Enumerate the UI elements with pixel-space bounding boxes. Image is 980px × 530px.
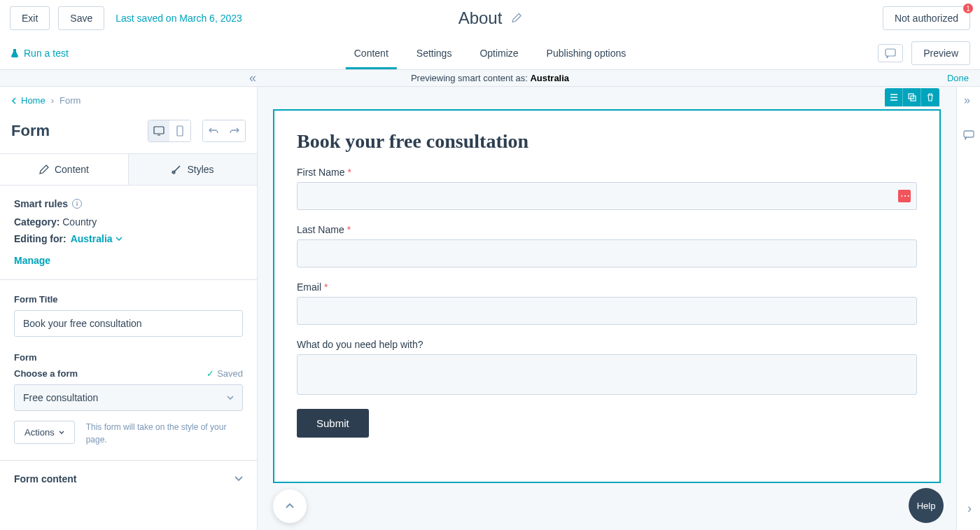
actions-dropdown-button[interactable]: Actions bbox=[14, 421, 75, 444]
nav-right: Preview bbox=[878, 41, 970, 65]
form-preview[interactable]: Book your free consultation First Name* … bbox=[273, 109, 941, 483]
chevron-down-icon bbox=[115, 237, 122, 241]
collapse-sidebar-icon[interactable]: « bbox=[249, 71, 256, 85]
exit-button[interactable]: Exit bbox=[10, 6, 50, 30]
tab-settings[interactable]: Settings bbox=[416, 38, 452, 69]
manage-link[interactable]: Manage bbox=[14, 255, 50, 266]
last-name-label: Last Name* bbox=[297, 224, 917, 235]
editing-for-dropdown[interactable]: Australia bbox=[71, 233, 122, 244]
mobile-view-button[interactable] bbox=[169, 120, 190, 141]
breadcrumb-home[interactable]: Home bbox=[11, 95, 46, 106]
save-button[interactable]: Save bbox=[58, 6, 104, 30]
form-heading: Book your free consultation bbox=[297, 130, 917, 153]
choose-form-label: Choose a form bbox=[14, 368, 78, 379]
copy-icon-button[interactable] bbox=[903, 88, 921, 106]
undo-button[interactable] bbox=[203, 120, 224, 141]
flask-icon bbox=[10, 48, 20, 58]
first-name-input[interactable]: ⋯ bbox=[297, 182, 917, 210]
top-right-actions: Not authorized 1 bbox=[883, 6, 970, 30]
form-section-label: Form bbox=[14, 352, 243, 363]
svg-rect-6 bbox=[964, 131, 974, 137]
form-content-accordion[interactable]: Form content bbox=[0, 460, 257, 497]
preview-strip: « Previewing smart content as: Australia… bbox=[0, 70, 980, 87]
main-nav-tabs: Content Settings Optimize Publishing opt… bbox=[354, 38, 626, 69]
expand-rail-icon[interactable]: « bbox=[964, 95, 970, 108]
preview-button[interactable]: Preview bbox=[911, 41, 970, 65]
delete-icon-button[interactable] bbox=[921, 88, 939, 106]
smart-rules-section: Smart rules i Category: Country Editing … bbox=[0, 186, 257, 280]
sidebar-title: Form bbox=[11, 122, 50, 140]
sidebar: Home › Form Form bbox=[0, 87, 258, 530]
last-saved-text: Last saved on March 6, 2023 bbox=[115, 13, 242, 24]
email-field: Email* bbox=[297, 281, 917, 325]
help-textarea[interactable] bbox=[297, 354, 917, 395]
menu-icon-button[interactable] bbox=[885, 88, 903, 106]
actions-row: Actions This form will take on the style… bbox=[14, 421, 243, 446]
preview-context-text: Previewing smart content as: Australia bbox=[411, 73, 569, 83]
page-title: About bbox=[458, 8, 503, 28]
help-label: What do you need help with? bbox=[297, 339, 917, 350]
title-area: About bbox=[458, 8, 522, 28]
check-icon: ✓ bbox=[206, 368, 214, 379]
editing-for-line: Editing for: Australia bbox=[14, 233, 243, 244]
form-title-label: Form Title bbox=[14, 294, 243, 305]
undo-redo-group bbox=[202, 120, 246, 142]
form-hint-text: This form will take on the style of your… bbox=[86, 421, 243, 446]
saved-indicator: ✓ Saved bbox=[206, 368, 243, 379]
preview-element-actions bbox=[885, 88, 939, 106]
last-name-field: Last Name* bbox=[297, 224, 917, 267]
email-input[interactable] bbox=[297, 297, 917, 325]
tab-publishing[interactable]: Publishing options bbox=[547, 38, 626, 69]
email-label: Email* bbox=[297, 281, 917, 293]
help-button[interactable]: Help bbox=[909, 488, 944, 523]
device-toggle bbox=[148, 120, 191, 142]
pencil-icon bbox=[39, 165, 49, 174]
svg-rect-1 bbox=[154, 127, 164, 134]
canvas: Book your free consultation First Name* … bbox=[258, 87, 956, 530]
comment-rail-icon[interactable] bbox=[963, 130, 974, 140]
chevron-down-icon bbox=[227, 396, 234, 400]
sidebar-tab-styles[interactable]: Styles bbox=[128, 154, 257, 185]
last-name-input[interactable] bbox=[297, 239, 917, 267]
sidebar-tab-content[interactable]: Content bbox=[0, 154, 128, 185]
main-layout: Home › Form Form bbox=[0, 87, 980, 530]
chevron-expand-icon[interactable]: › bbox=[967, 501, 972, 516]
desktop-icon bbox=[153, 126, 164, 136]
copy-icon bbox=[908, 93, 916, 102]
scroll-top-button[interactable] bbox=[273, 489, 307, 523]
edit-title-icon[interactable] bbox=[510, 13, 522, 24]
chevron-left-icon bbox=[11, 97, 18, 104]
autofill-icon[interactable]: ⋯ bbox=[898, 190, 911, 202]
comment-icon bbox=[885, 48, 896, 58]
first-name-field: First Name* ⋯ bbox=[297, 167, 917, 210]
done-link[interactable]: Done bbox=[947, 73, 969, 83]
redo-button[interactable] bbox=[224, 120, 245, 141]
tab-optimize[interactable]: Optimize bbox=[479, 38, 518, 69]
list-icon bbox=[890, 93, 898, 102]
mobile-icon bbox=[176, 125, 183, 137]
info-icon[interactable]: i bbox=[72, 199, 82, 209]
desktop-view-button[interactable] bbox=[148, 120, 169, 141]
comment-icon-button[interactable] bbox=[878, 44, 903, 62]
breadcrumb-current: Form bbox=[59, 95, 80, 106]
breadcrumb-separator: › bbox=[51, 95, 54, 106]
notification-badge: 1 bbox=[963, 4, 973, 13]
tab-content[interactable]: Content bbox=[354, 38, 388, 69]
form-title-input[interactable] bbox=[14, 310, 243, 337]
choose-form-row: Choose a form ✓ Saved bbox=[14, 368, 243, 379]
trash-icon bbox=[926, 93, 934, 102]
form-select-dropdown[interactable]: Free consultation bbox=[14, 384, 243, 411]
first-name-label: First Name* bbox=[297, 167, 917, 178]
not-authorized-button[interactable]: Not authorized bbox=[883, 6, 970, 30]
chevron-down-icon bbox=[59, 431, 64, 434]
form-config-section: Form Title Form Choose a form ✓ Saved Fr… bbox=[0, 280, 257, 460]
sidebar-tabs: Content Styles bbox=[0, 153, 257, 186]
nav-bar: Run a test Content Settings Optimize Pub… bbox=[0, 36, 980, 70]
redo-icon bbox=[230, 126, 239, 136]
chevron-up-icon bbox=[284, 501, 295, 512]
submit-button[interactable]: Submit bbox=[297, 409, 369, 438]
breadcrumb: Home › Form bbox=[0, 87, 257, 114]
brush-icon bbox=[172, 165, 181, 174]
accordion-title: Form content bbox=[14, 473, 76, 484]
run-test-link[interactable]: Run a test bbox=[10, 48, 69, 59]
